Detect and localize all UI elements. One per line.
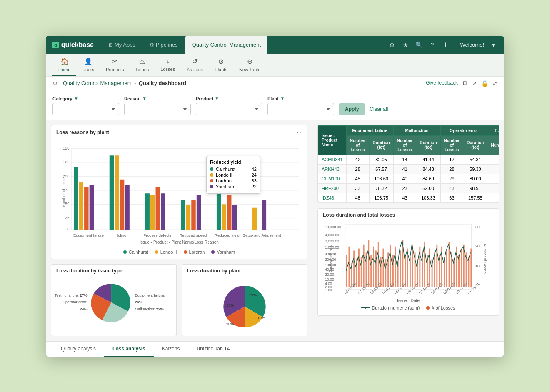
breadcrumb-current: Quality dashboard [139,80,186,86]
svg-text:2,000.00: 2,000.00 [325,239,339,243]
info-icon[interactable]: ℹ [441,41,450,49]
td-mal-losses-idz: 43 [393,193,416,202]
products-icon: ✂ [112,57,118,65]
bar-chart-menu[interactable]: ··· [294,129,302,136]
tab-my-apps[interactable]: ⊞ My Apps [102,36,142,54]
filter-icon2: ▼ [142,96,147,101]
settings-icon[interactable]: ⚙ [52,80,58,87]
nav-losses[interactable]: ↓ Losses [155,54,181,76]
nav-home[interactable]: 🏠 Home [52,54,76,76]
td-oe-losses-acmr: 17 [440,155,463,164]
tab-loss-analysis[interactable]: Loss analysis [104,342,154,357]
breadcrumb-parent[interactable]: Quality Control Management [63,80,132,86]
td-t-hrf [488,183,499,193]
product-link-acmr[interactable]: ACMR341 [322,157,343,162]
td-ef-losses-idz: 48 [346,193,369,202]
td-ef-dur-arkh: 67.57 [369,164,393,174]
legend-dot-londo [155,250,158,254]
bar-chart-svg: 150 125 100 75 50 25 0 [56,143,302,239]
svg-text:30: 30 [475,225,480,229]
expand-icon[interactable]: ⤢ [492,80,498,87]
filter-icon4: ▼ [280,96,285,101]
legend-losses-icon [426,306,430,310]
svg-rect-99 [434,252,435,287]
monitor-icon[interactable]: 🖥 [462,80,468,87]
svg-text:28%: 28% [226,322,234,326]
nav-new-table[interactable]: ⊕ New Table [233,54,266,76]
tooltip-dot-3 [210,179,213,182]
help-icon[interactable]: ? [428,41,436,49]
svg-text:4,000.00: 4,000.00 [325,233,339,237]
tooltip-dot-2 [210,173,213,177]
pie1-legend-right: Equipment failure: 26% Malfunction: 22% [135,292,173,312]
category-select[interactable] [52,103,119,115]
svg-text:25: 25 [65,215,69,220]
divider [455,41,455,49]
star-icon[interactable]: ★ [401,41,410,49]
tab-kaizens[interactable]: Kaizens [154,342,188,357]
svg-text:23%: 23% [226,303,234,307]
nav-users[interactable]: 👤 Users [76,54,100,76]
th-oe-dur: Duration (tot) [463,135,488,155]
filter-icon: ▼ [74,96,78,101]
plant-select[interactable] [268,103,334,115]
product-link-gem[interactable]: GEM100 [322,176,340,181]
nav-products[interactable]: ✂ Products [100,54,130,76]
td-ef-dur-acmr: 82.05 [369,155,393,164]
tab-qcm[interactable]: Quality Control Management [185,36,268,54]
pie1-header: Loss duration by issue type [51,265,176,277]
th-operator-error: Operator error [440,125,488,135]
dropdown-icon[interactable]: ▾ [489,41,498,49]
bar-chart-card: Loss reasons by plant ··· 150 125 100 75… [51,125,308,259]
add-icon[interactable]: ⊕ [388,41,396,49]
td-ef-losses-arkh: 28 [346,164,369,174]
product-link-hrf[interactable]: HRF200 [322,186,339,191]
svg-rect-15 [74,167,78,230]
reason-select[interactable] [124,103,191,115]
pie1-label-equipment: Equipment failure: 26% [135,292,173,305]
search-icon[interactable]: 🔍 [415,41,423,49]
td-oe-losses-arkh: 28 [440,164,463,174]
give-feedback-link[interactable]: Give feedback [426,80,458,87]
product-link-arkh[interactable]: ARKH43 [322,167,340,172]
th-ef-dur: Duration (tot) [369,135,393,155]
tab-quality-analysis[interactable]: Quality analysis [52,342,104,357]
th-mal-losses: Number of Losses [393,135,416,155]
svg-rect-17 [84,187,88,229]
category-filter: Category ▼ [52,96,119,115]
legend-dot-cainhurst [123,250,127,254]
td-mal-dur-arkh: 84.43 [416,164,440,174]
svg-text:Duration numeric: Duration numeric [328,245,332,272]
svg-rect-89 [410,257,411,287]
svg-text:20: 20 [475,244,480,248]
th-t-more: Num... [488,135,499,155]
svg-rect-20 [110,155,114,230]
data-table: Issue - Product Name Equipment failure M… [318,125,499,203]
lock-icon[interactable]: 🔒 [481,80,488,87]
td-oe-dur-idz: 157.55 [463,193,488,202]
bottom-charts-row: Loss duration by issue type Testing fail… [51,264,308,336]
svg-rect-30 [181,200,185,229]
share-icon[interactable]: ↗ [472,80,477,87]
svg-text:10.00: 10.00 [325,277,334,281]
tooltip-dot-1 [210,167,213,171]
tab-pipelines[interactable]: ⚙ Pipelines [143,36,185,54]
losses-icon: ↓ [166,57,170,65]
main-content: Loss reasons by plant ··· 150 125 100 75… [46,120,504,341]
breadcrumb-separator: › [134,80,136,86]
clear-all-button[interactable]: Clear all [370,103,388,115]
apply-button[interactable]: Apply [339,103,365,115]
new-table-icon: ⊕ [247,57,252,65]
pie1-label-malfunction: Malfunction: 22% [135,306,173,312]
chart-subtitle: Issue - Product - Plant Name/Loss Reason [56,239,302,247]
svg-text:20.00: 20.00 [325,272,334,277]
product-select[interactable] [196,103,262,115]
nav-issues[interactable]: ⚠ Issues [130,54,155,76]
svg-text:150: 150 [63,145,70,150]
data-table-card: Issue - Product Name Equipment failure M… [318,125,499,203]
nav-plants[interactable]: ⊘ Plants [209,54,233,76]
product-link-idz[interactable]: IDZ48 [322,195,334,200]
tab-untitled[interactable]: Untitled Tab 14 [188,342,238,357]
breadcrumb-actions: Give feedback 🖥 ↗ 🔒 ⤢ [426,80,498,87]
nav-kaizens[interactable]: ↺ Kaizens [181,54,209,76]
